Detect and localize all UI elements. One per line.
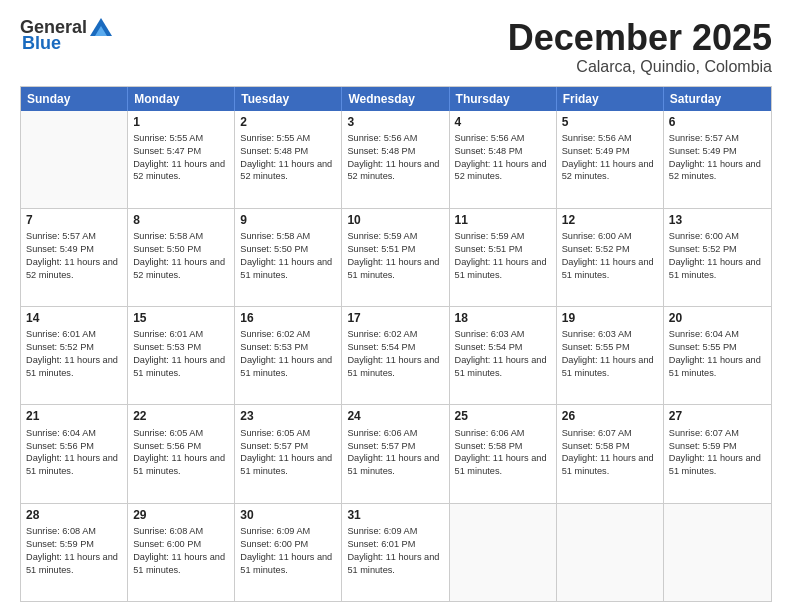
cell-info: Sunrise: 6:00 AM Sunset: 5:52 PM Dayligh… — [562, 230, 658, 282]
day-number: 2 — [240, 114, 336, 130]
day-number: 9 — [240, 212, 336, 228]
cell-info: Sunrise: 5:56 AM Sunset: 5:49 PM Dayligh… — [562, 132, 658, 184]
header-sunday: Sunday — [21, 87, 128, 111]
month-title: December 2025 — [508, 18, 772, 58]
day-number: 6 — [669, 114, 766, 130]
day-number: 16 — [240, 310, 336, 326]
calendar-cell — [664, 504, 771, 601]
day-number: 25 — [455, 408, 551, 424]
day-number: 30 — [240, 507, 336, 523]
day-number: 8 — [133, 212, 229, 228]
calendar-cell: 29Sunrise: 6:08 AM Sunset: 6:00 PM Dayli… — [128, 504, 235, 601]
calendar-cell: 27Sunrise: 6:07 AM Sunset: 5:59 PM Dayli… — [664, 405, 771, 502]
calendar-cell: 30Sunrise: 6:09 AM Sunset: 6:00 PM Dayli… — [235, 504, 342, 601]
cell-info: Sunrise: 5:56 AM Sunset: 5:48 PM Dayligh… — [347, 132, 443, 184]
header-monday: Monday — [128, 87, 235, 111]
calendar-cell: 20Sunrise: 6:04 AM Sunset: 5:55 PM Dayli… — [664, 307, 771, 404]
cell-info: Sunrise: 6:03 AM Sunset: 5:55 PM Dayligh… — [562, 328, 658, 380]
header-saturday: Saturday — [664, 87, 771, 111]
calendar-cell: 12Sunrise: 6:00 AM Sunset: 5:52 PM Dayli… — [557, 209, 664, 306]
calendar-cell: 17Sunrise: 6:02 AM Sunset: 5:54 PM Dayli… — [342, 307, 449, 404]
calendar-cell: 25Sunrise: 6:06 AM Sunset: 5:58 PM Dayli… — [450, 405, 557, 502]
calendar-body: 1Sunrise: 5:55 AM Sunset: 5:47 PM Daylig… — [21, 111, 771, 601]
logo-icon — [90, 18, 112, 36]
day-number: 24 — [347, 408, 443, 424]
cell-info: Sunrise: 6:09 AM Sunset: 6:01 PM Dayligh… — [347, 525, 443, 577]
calendar-cell: 9Sunrise: 5:58 AM Sunset: 5:50 PM Daylig… — [235, 209, 342, 306]
cell-info: Sunrise: 6:08 AM Sunset: 6:00 PM Dayligh… — [133, 525, 229, 577]
day-number: 3 — [347, 114, 443, 130]
calendar-cell: 5Sunrise: 5:56 AM Sunset: 5:49 PM Daylig… — [557, 111, 664, 208]
header-wednesday: Wednesday — [342, 87, 449, 111]
header-tuesday: Tuesday — [235, 87, 342, 111]
calendar-cell: 21Sunrise: 6:04 AM Sunset: 5:56 PM Dayli… — [21, 405, 128, 502]
day-number: 13 — [669, 212, 766, 228]
calendar-cell: 18Sunrise: 6:03 AM Sunset: 5:54 PM Dayli… — [450, 307, 557, 404]
day-number: 20 — [669, 310, 766, 326]
calendar-week-2: 7Sunrise: 5:57 AM Sunset: 5:49 PM Daylig… — [21, 208, 771, 306]
day-number: 29 — [133, 507, 229, 523]
cell-info: Sunrise: 5:58 AM Sunset: 5:50 PM Dayligh… — [133, 230, 229, 282]
logo: General Blue — [20, 18, 112, 54]
logo-blue: Blue — [22, 34, 61, 54]
calendar-cell: 23Sunrise: 6:05 AM Sunset: 5:57 PM Dayli… — [235, 405, 342, 502]
day-number: 1 — [133, 114, 229, 130]
cell-info: Sunrise: 5:55 AM Sunset: 5:48 PM Dayligh… — [240, 132, 336, 184]
calendar-cell: 10Sunrise: 5:59 AM Sunset: 5:51 PM Dayli… — [342, 209, 449, 306]
calendar-week-3: 14Sunrise: 6:01 AM Sunset: 5:52 PM Dayli… — [21, 306, 771, 404]
day-number: 15 — [133, 310, 229, 326]
cell-info: Sunrise: 6:01 AM Sunset: 5:52 PM Dayligh… — [26, 328, 122, 380]
cell-info: Sunrise: 6:03 AM Sunset: 5:54 PM Dayligh… — [455, 328, 551, 380]
calendar-cell: 3Sunrise: 5:56 AM Sunset: 5:48 PM Daylig… — [342, 111, 449, 208]
day-number: 23 — [240, 408, 336, 424]
day-number: 17 — [347, 310, 443, 326]
calendar: Sunday Monday Tuesday Wednesday Thursday… — [20, 86, 772, 602]
cell-info: Sunrise: 6:06 AM Sunset: 5:57 PM Dayligh… — [347, 427, 443, 479]
calendar-cell: 22Sunrise: 6:05 AM Sunset: 5:56 PM Dayli… — [128, 405, 235, 502]
calendar-header-row: Sunday Monday Tuesday Wednesday Thursday… — [21, 87, 771, 111]
calendar-cell — [450, 504, 557, 601]
cell-info: Sunrise: 6:05 AM Sunset: 5:56 PM Dayligh… — [133, 427, 229, 479]
cell-info: Sunrise: 5:59 AM Sunset: 5:51 PM Dayligh… — [455, 230, 551, 282]
cell-info: Sunrise: 6:09 AM Sunset: 6:00 PM Dayligh… — [240, 525, 336, 577]
header-thursday: Thursday — [450, 87, 557, 111]
day-number: 26 — [562, 408, 658, 424]
cell-info: Sunrise: 5:59 AM Sunset: 5:51 PM Dayligh… — [347, 230, 443, 282]
page: General Blue December 2025 Calarca, Quin… — [0, 0, 792, 612]
calendar-week-5: 28Sunrise: 6:08 AM Sunset: 5:59 PM Dayli… — [21, 503, 771, 601]
day-number: 28 — [26, 507, 122, 523]
day-number: 10 — [347, 212, 443, 228]
day-number: 4 — [455, 114, 551, 130]
calendar-week-1: 1Sunrise: 5:55 AM Sunset: 5:47 PM Daylig… — [21, 111, 771, 208]
cell-info: Sunrise: 6:08 AM Sunset: 5:59 PM Dayligh… — [26, 525, 122, 577]
cell-info: Sunrise: 5:58 AM Sunset: 5:50 PM Dayligh… — [240, 230, 336, 282]
day-number: 21 — [26, 408, 122, 424]
calendar-cell: 24Sunrise: 6:06 AM Sunset: 5:57 PM Dayli… — [342, 405, 449, 502]
calendar-cell: 6Sunrise: 5:57 AM Sunset: 5:49 PM Daylig… — [664, 111, 771, 208]
cell-info: Sunrise: 6:07 AM Sunset: 5:59 PM Dayligh… — [669, 427, 766, 479]
calendar-cell: 19Sunrise: 6:03 AM Sunset: 5:55 PM Dayli… — [557, 307, 664, 404]
calendar-cell: 15Sunrise: 6:01 AM Sunset: 5:53 PM Dayli… — [128, 307, 235, 404]
calendar-cell: 26Sunrise: 6:07 AM Sunset: 5:58 PM Dayli… — [557, 405, 664, 502]
title-block: December 2025 Calarca, Quindio, Colombia — [508, 18, 772, 76]
day-number: 5 — [562, 114, 658, 130]
calendar-cell — [557, 504, 664, 601]
cell-info: Sunrise: 6:07 AM Sunset: 5:58 PM Dayligh… — [562, 427, 658, 479]
calendar-cell: 13Sunrise: 6:00 AM Sunset: 5:52 PM Dayli… — [664, 209, 771, 306]
day-number: 14 — [26, 310, 122, 326]
calendar-cell: 11Sunrise: 5:59 AM Sunset: 5:51 PM Dayli… — [450, 209, 557, 306]
cell-info: Sunrise: 6:05 AM Sunset: 5:57 PM Dayligh… — [240, 427, 336, 479]
day-number: 19 — [562, 310, 658, 326]
cell-info: Sunrise: 5:57 AM Sunset: 5:49 PM Dayligh… — [26, 230, 122, 282]
cell-info: Sunrise: 6:02 AM Sunset: 5:53 PM Dayligh… — [240, 328, 336, 380]
calendar-cell: 8Sunrise: 5:58 AM Sunset: 5:50 PM Daylig… — [128, 209, 235, 306]
day-number: 18 — [455, 310, 551, 326]
cell-info: Sunrise: 5:55 AM Sunset: 5:47 PM Dayligh… — [133, 132, 229, 184]
day-number: 31 — [347, 507, 443, 523]
cell-info: Sunrise: 6:00 AM Sunset: 5:52 PM Dayligh… — [669, 230, 766, 282]
calendar-cell: 7Sunrise: 5:57 AM Sunset: 5:49 PM Daylig… — [21, 209, 128, 306]
cell-info: Sunrise: 6:01 AM Sunset: 5:53 PM Dayligh… — [133, 328, 229, 380]
cell-info: Sunrise: 5:56 AM Sunset: 5:48 PM Dayligh… — [455, 132, 551, 184]
day-number: 27 — [669, 408, 766, 424]
calendar-cell: 2Sunrise: 5:55 AM Sunset: 5:48 PM Daylig… — [235, 111, 342, 208]
